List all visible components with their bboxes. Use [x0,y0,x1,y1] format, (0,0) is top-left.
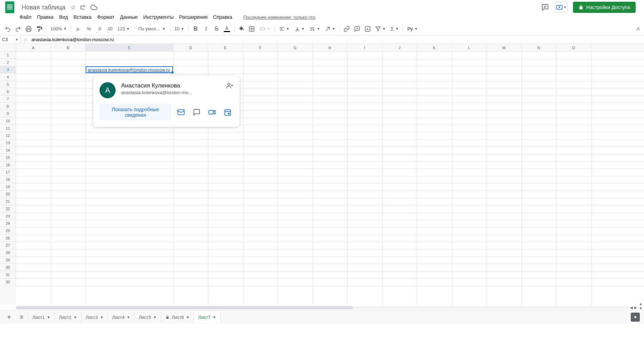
row-header-18[interactable]: 18 [0,176,16,183]
row-header-29[interactable]: 29 [0,256,16,264]
sheet-tab-Лист6[interactable]: Лист6▼ [161,312,194,323]
scroll-up-icon[interactable]: ▲ [638,302,643,306]
col-header-A[interactable]: A [16,44,51,51]
scroll-down-icon[interactable]: ▼ [638,306,643,310]
row-header-20[interactable]: 20 [0,191,16,198]
row-header-31[interactable]: 31 [0,271,16,278]
halign-dropdown[interactable]: ▼ [277,25,292,33]
font-size-dropdown[interactable]: 10▼ [172,25,186,33]
chat-icon[interactable] [191,106,202,118]
menu-file[interactable]: Файл [17,13,34,21]
scroll-right-icon[interactable]: ▶ [634,306,637,309]
col-header-L[interactable]: L [452,44,487,51]
strikethrough-icon[interactable]: S [212,24,221,34]
number-format-dropdown[interactable]: 123▼ [115,25,132,33]
horizontal-scrollbar[interactable]: ◀▶ [16,305,637,310]
paint-format-icon[interactable] [34,24,44,34]
row-header-1[interactable]: 1 [0,52,16,59]
row-header-12[interactable]: 12 [0,132,16,139]
functions-dropdown[interactable]: Σ▼ [388,24,401,33]
chevron-down-icon[interactable]: ▼ [213,315,216,319]
row-header-9[interactable]: 9 [0,110,16,117]
calendar-icon[interactable] [222,106,233,118]
active-cell[interactable]: anastasia.kulenkova@london-moscow.ru [86,66,173,73]
row-header-13[interactable]: 13 [0,139,16,147]
collapse-toolbar-icon[interactable]: ᐱ [635,25,641,33]
all-sheets-icon[interactable]: ≡ [15,311,28,323]
menu-edit[interactable]: Правка [34,13,56,21]
cloud-icon[interactable] [91,4,97,11]
avatar[interactable]: А [100,82,116,98]
row-header-2[interactable]: 2 [0,59,16,66]
redo-icon[interactable] [13,24,23,34]
valign-dropdown[interactable]: ▼ [292,25,307,33]
add-contact-icon[interactable] [226,82,233,89]
formula-input[interactable] [30,36,644,43]
merge-dropdown[interactable]: ▼ [257,24,273,33]
cells-area[interactable]: anastasia.kulenkova@london-moscow.ru А А… [16,52,644,305]
decrease-decimal-icon[interactable]: .0← [94,24,104,34]
zoom-dropdown[interactable]: 100%▼ [48,25,69,33]
row-header-23[interactable]: 23 [0,213,16,220]
row-header-19[interactable]: 19 [0,183,16,191]
chevron-down-icon[interactable]: ▼ [100,315,103,319]
filter-dropdown[interactable]: ▼ [373,25,388,33]
sheets-logo[interactable] [3,0,17,14]
menu-extensions[interactable]: Расширения [176,13,210,21]
video-icon[interactable] [206,106,218,118]
chevron-down-icon[interactable]: ▼ [127,315,130,319]
menu-insert[interactable]: Вставка [71,13,94,21]
chart-icon[interactable] [363,24,372,34]
row-header-4[interactable]: 4 [0,74,16,81]
share-button[interactable]: Настройки Доступа [573,2,636,13]
row-header-30[interactable]: 30 [0,264,16,271]
row-header-15[interactable]: 15 [0,154,16,161]
menu-data[interactable]: Данные [117,13,141,21]
text-color-icon[interactable]: A [222,24,232,34]
row-header-22[interactable]: 22 [0,205,16,213]
undo-icon[interactable] [3,24,13,34]
chevron-down-icon[interactable]: ▼ [186,315,189,319]
row-header-16[interactable]: 16 [0,161,16,169]
row-header-8[interactable]: 8 [0,103,16,110]
row-header-3[interactable]: 3 [0,66,16,74]
comment-icon[interactable] [352,24,362,34]
row-header-32[interactable]: 32 [0,278,16,286]
col-header-K[interactable]: K [417,44,452,51]
sheet-tab-Лист4[interactable]: Лист4▼ [108,312,134,323]
font-dropdown[interactable]: По умолча...▼ [136,25,168,33]
doc-title[interactable]: Новая таблица [19,3,68,12]
sheet-tab-Лист5[interactable]: Лист5▼ [135,312,161,323]
sheet-tab-Лист1[interactable]: Лист1▼ [28,312,55,323]
borders-icon[interactable] [247,24,257,34]
input-tools-dropdown[interactable]: Ру▼ [405,25,420,33]
bold-icon[interactable]: B [191,24,201,34]
select-all-corner[interactable] [0,44,16,51]
last-edit-link[interactable]: Последнее изменение: только что [241,13,318,21]
link-icon[interactable] [342,24,352,34]
row-header-7[interactable]: 7 [0,95,16,103]
present-button[interactable]: ▼ [555,2,567,13]
email-icon[interactable] [175,106,187,118]
sheet-tab-Лист7[interactable]: Лист7▼ [194,312,220,323]
col-header-N[interactable]: N [521,44,556,51]
percent-icon[interactable]: % [84,24,94,34]
row-header-24[interactable]: 24 [0,220,16,227]
row-header-6[interactable]: 6 [0,88,16,95]
comment-history-icon[interactable] [541,3,549,12]
row-header-14[interactable]: 14 [0,147,16,154]
wrap-dropdown[interactable]: ▼ [307,25,322,33]
fill-color-icon[interactable] [236,24,246,34]
row-header-21[interactable]: 21 [0,198,16,205]
row-header-27[interactable]: 27 [0,242,16,249]
sheet-tab-Лист2[interactable]: Лист2▼ [55,312,81,323]
italic-icon[interactable]: I [201,24,211,34]
menu-tools[interactable]: Инструменты [140,13,176,21]
row-header-26[interactable]: 26 [0,235,16,242]
menu-view[interactable]: Вид [56,13,71,21]
chevron-down-icon[interactable]: ▼ [73,315,77,319]
cell-reference[interactable]: C3▼ [0,36,21,43]
row-header-5[interactable]: 5 [0,81,16,88]
move-icon[interactable] [80,4,86,10]
sheet-tab-Лист3[interactable]: Лист3▼ [81,312,108,323]
